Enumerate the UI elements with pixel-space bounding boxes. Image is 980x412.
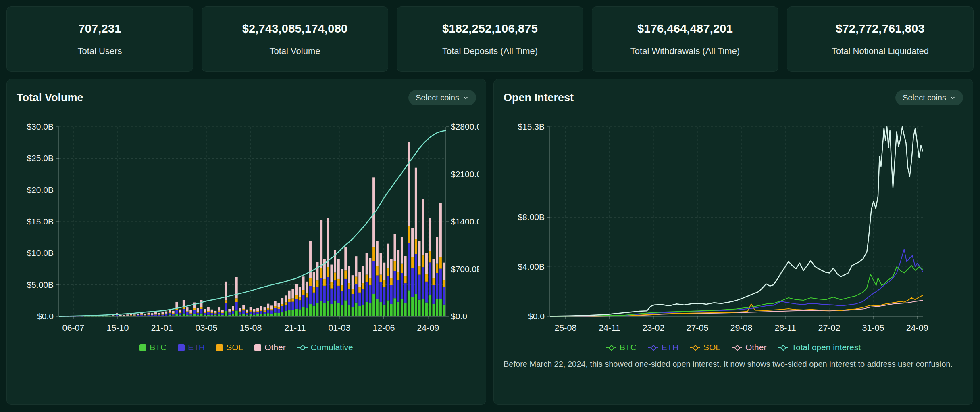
open-interest-panel: Open Interest Select coins $0.0$4.00B$8.…	[493, 79, 973, 405]
volume-legend-item-sol[interactable]: SOL	[216, 343, 243, 352]
oi-legend-marker	[606, 345, 616, 349]
oi-legend-label: Other	[745, 343, 767, 352]
oi-legend-marker	[648, 345, 658, 349]
stat-card-total-deposits: $182,252,106,875 Total Deposits (All Tim…	[397, 6, 583, 72]
volume-legend-item-eth[interactable]: ETH	[178, 343, 205, 352]
svg-text:24-09: 24-09	[906, 323, 928, 333]
svg-text:23-02: 23-02	[642, 323, 664, 333]
svg-text:$2100.0B: $2100.0B	[451, 169, 479, 179]
svg-text:$700.0B: $700.0B	[451, 264, 479, 274]
oi-legend-item-eth[interactable]: ETH	[648, 343, 678, 352]
oi-legend-item-total-open-interest[interactable]: Total open interest	[778, 343, 861, 352]
total-volume-chart[interactable]: $0.0$5.00B$10.0B$15.0B$20.0B$25.0B$30.0B…	[17, 107, 479, 338]
stat-label: Total Deposits (All Time)	[442, 46, 538, 56]
stat-card-total-volume: $2,743,085,174,080 Total Volume	[202, 6, 388, 72]
stat-card-total-withdrawals: $176,464,487,201 Total Withdrawals (All …	[592, 6, 778, 72]
total-volume-legend: BTCETHSOLOtherCumulative	[17, 341, 486, 354]
svg-text:21-01: 21-01	[151, 323, 173, 333]
svg-text:$4.00B: $4.00B	[518, 262, 545, 271]
total-volume-header: Total Volume Select coins	[17, 88, 486, 107]
open-interest-note: Before March 22, 2024, this showed one-s…	[504, 358, 955, 370]
charts-row: Total Volume Select coins $0.0$5.00B$10.…	[6, 79, 974, 405]
volume-legend-marker	[254, 344, 261, 351]
oi-legend-label: ETH	[662, 343, 678, 352]
svg-text:27-02: 27-02	[818, 323, 841, 333]
svg-text:$0.0: $0.0	[37, 312, 54, 321]
svg-text:15-08: 15-08	[239, 323, 262, 333]
svg-text:25-08: 25-08	[554, 323, 576, 333]
svg-text:31-05: 31-05	[862, 323, 884, 333]
volume-legend-label: Cumulative	[311, 343, 353, 352]
panel-title: Open Interest	[504, 92, 574, 104]
open-interest-header: Open Interest Select coins	[504, 88, 973, 107]
panel-title: Total Volume	[17, 92, 83, 104]
stat-label: Total Notional Liquidated	[832, 46, 929, 56]
oi-legend-item-sol[interactable]: SOL	[690, 343, 720, 352]
total-volume-panel: Total Volume Select coins $0.0$5.00B$10.…	[6, 79, 486, 405]
oi-legend-item-btc[interactable]: BTC	[606, 343, 637, 352]
volume-legend-item-btc[interactable]: BTC	[139, 343, 166, 352]
svg-text:$8.00B: $8.00B	[518, 212, 545, 222]
svg-text:$1400.0B: $1400.0B	[451, 217, 479, 226]
svg-text:$5.00B: $5.00B	[27, 280, 54, 289]
stat-card-total-liquidated: $72,772,761,803 Total Notional Liquidate…	[787, 6, 974, 72]
stat-label: Total Users	[77, 46, 122, 56]
stat-label: Total Volume	[270, 46, 320, 56]
volume-legend-item-other[interactable]: Other	[254, 343, 286, 352]
oi-legend-marker	[778, 345, 788, 349]
svg-text:$0.0: $0.0	[451, 312, 467, 321]
svg-text:24-09: 24-09	[417, 323, 439, 333]
svg-text:$30.0B: $30.0B	[27, 122, 54, 131]
volume-legend-label: Other	[264, 343, 286, 352]
volume-legend-item-cumulative[interactable]: Cumulative	[297, 343, 353, 352]
open-interest-chart[interactable]: $0.0$4.00B$8.00B$15.3B25-0824-1123-0227-…	[504, 107, 966, 338]
svg-text:$0.0: $0.0	[528, 312, 545, 321]
svg-text:$25.0B: $25.0B	[27, 153, 54, 163]
volume-legend-marker	[216, 344, 223, 351]
select-coins-button[interactable]: Select coins	[408, 90, 476, 105]
stat-card-total-users: 707,231 Total Users	[6, 6, 193, 72]
select-coins-label: Select coins	[416, 93, 459, 102]
volume-legend-label: SOL	[226, 343, 243, 352]
svg-text:24-11: 24-11	[599, 323, 620, 333]
svg-text:12-06: 12-06	[372, 323, 395, 333]
svg-text:06-07: 06-07	[62, 323, 85, 333]
chevron-down-icon	[463, 95, 469, 101]
volume-legend-marker	[178, 344, 185, 351]
oi-legend-label: Total open interest	[791, 343, 861, 352]
svg-text:01-03: 01-03	[328, 323, 350, 333]
total-volume-chart-svg: $0.0$5.00B$10.0B$15.0B$20.0B$25.0B$30.0B…	[17, 107, 479, 338]
select-coins-label: Select coins	[903, 93, 946, 102]
svg-text:$15.0B: $15.0B	[27, 217, 54, 226]
volume-legend-marker	[297, 345, 308, 349]
svg-text:$10.0B: $10.0B	[27, 248, 54, 257]
stat-value: $72,772,761,803	[836, 22, 925, 36]
svg-text:$15.3B: $15.3B	[518, 122, 545, 131]
stat-value: $176,464,487,201	[637, 22, 733, 36]
oi-legend-marker	[690, 345, 700, 349]
stat-value: $182,252,106,875	[442, 22, 538, 36]
svg-text:29-08: 29-08	[730, 323, 752, 333]
stats-dashboard: 707,231 Total Users $2,743,085,174,080 T…	[0, 0, 980, 412]
open-interest-chart-svg: $0.0$4.00B$8.00B$15.3B25-0824-1123-0227-…	[504, 107, 966, 338]
volume-legend-label: BTC	[150, 343, 166, 352]
volume-legend-marker	[139, 344, 146, 351]
oi-legend-label: BTC	[620, 343, 637, 352]
stat-value: 707,231	[78, 22, 121, 36]
open-interest-legend: BTCETHSOLOtherTotal open interest	[504, 341, 973, 354]
svg-text:21-11: 21-11	[284, 323, 306, 333]
volume-legend-label: ETH	[188, 343, 205, 352]
svg-text:28-11: 28-11	[774, 323, 796, 333]
select-coins-button[interactable]: Select coins	[895, 90, 963, 105]
svg-text:$20.0B: $20.0B	[27, 185, 54, 194]
oi-legend-item-other[interactable]: Other	[732, 343, 767, 352]
svg-text:$2800.0B: $2800.0B	[451, 122, 479, 131]
oi-legend-marker	[732, 345, 742, 349]
oi-legend-label: SOL	[703, 343, 720, 352]
chevron-down-icon	[950, 95, 956, 101]
stat-label: Total Withdrawals (All Time)	[630, 46, 740, 56]
svg-text:15-10: 15-10	[106, 323, 129, 333]
stat-value: $2,743,085,174,080	[242, 22, 348, 36]
stats-row: 707,231 Total Users $2,743,085,174,080 T…	[6, 6, 974, 72]
svg-text:27-05: 27-05	[686, 323, 708, 333]
